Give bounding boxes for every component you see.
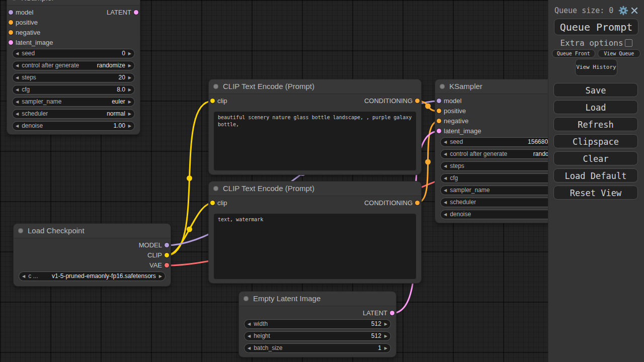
widget-label: cfg	[22, 86, 30, 93]
queue-prompt-button[interactable]: Queue Prompt	[554, 19, 638, 35]
widget-batch-size[interactable]: ◀batch_size1▶	[244, 343, 391, 353]
widget-height[interactable]: ◀height512▶	[244, 331, 391, 341]
increment-arrow-icon[interactable]: ▶	[381, 332, 390, 340]
decrement-arrow-icon[interactable]: ◀	[13, 85, 22, 94]
increment-arrow-icon[interactable]: ▶	[125, 85, 134, 94]
queue-front-button[interactable]: Queue Front	[552, 49, 595, 58]
clipspace-button[interactable]: Clipspace	[553, 134, 638, 148]
output-dot-VAE[interactable]	[165, 263, 169, 267]
widget-control-after-generate[interactable]: ◀control after generaterandomize▶	[12, 61, 135, 70]
widget-steps[interactable]: ◀steps20▶	[12, 73, 135, 82]
decrement-arrow-icon[interactable]: ◀	[441, 198, 450, 207]
prompt-textarea[interactable]: beautiful scenery nature glass bottle la…	[214, 112, 416, 170]
input-dot-latent_image[interactable]	[437, 129, 441, 133]
widget-c-[interactable]: ◀c ...v1-5-pruned-emaonly-fp16.safetenso…	[19, 272, 166, 281]
widget-label: c ...	[28, 273, 38, 280]
node-graph-canvas[interactable]: KSamplermodelpositivenegativelatent_imag…	[0, 0, 644, 362]
decrement-arrow-icon[interactable]: ◀	[245, 320, 254, 328]
decrement-arrow-icon[interactable]: ◀	[19, 272, 28, 281]
widget-seed[interactable]: ◀seed0▶	[12, 49, 135, 58]
input-slot-positive: positive	[7, 19, 38, 26]
widget-label: height	[254, 332, 270, 339]
input-slot-positive: positive	[435, 108, 466, 115]
load-button[interactable]: Load	[553, 100, 638, 114]
clip-text-encode-negative[interactable]: CLIP Text Encode (Prompt)clipCONDITIONIN…	[209, 182, 421, 283]
collapse-dot-icon[interactable]	[12, 0, 17, 1]
input-dot-model[interactable]	[9, 10, 13, 15]
widget-scheduler[interactable]: ◀schedulernormal▶	[12, 109, 135, 119]
collapse-dot-icon[interactable]	[440, 84, 445, 89]
collapse-dot-icon[interactable]	[213, 186, 218, 191]
increment-arrow-icon[interactable]: ▶	[125, 110, 134, 118]
input-dot-positive[interactable]	[9, 20, 13, 25]
decrement-arrow-icon[interactable]: ◀	[13, 49, 22, 58]
close-icon[interactable]	[629, 5, 640, 16]
collapse-dot-icon[interactable]	[18, 228, 23, 233]
decrement-arrow-icon[interactable]: ◀	[13, 73, 22, 82]
output-dot-CONDITIONING[interactable]	[415, 99, 420, 103]
increment-arrow-icon[interactable]: ▶	[381, 320, 390, 328]
refresh-button[interactable]: Refresh	[553, 117, 638, 131]
decrement-arrow-icon[interactable]: ◀	[13, 122, 22, 130]
increment-arrow-icon[interactable]: ▶	[381, 344, 390, 352]
decrement-arrow-icon[interactable]: ◀	[441, 210, 450, 219]
output-dot-LATENT[interactable]	[134, 10, 138, 15]
widget-denoise[interactable]: ◀denoise1.00▶	[12, 121, 135, 131]
ksampler-top-left[interactable]: KSamplermodelpositivenegativelatent_imag…	[7, 0, 140, 134]
widget-label: cfg	[450, 174, 458, 182]
increment-arrow-icon[interactable]: ▶	[125, 61, 134, 70]
queue-size-label: Queue size: 0	[554, 6, 618, 15]
load-checkpoint[interactable]: Load CheckpointMODELCLIPVAE◀c ...v1-5-pr…	[14, 224, 171, 286]
prompt-textarea[interactable]: text, watermark	[214, 214, 416, 279]
increment-arrow-icon[interactable]: ▶	[125, 49, 134, 58]
output-dot-MODEL[interactable]	[165, 243, 169, 247]
clip-text-encode-negative-header[interactable]: CLIP Text Encode (Prompt)	[209, 182, 421, 196]
increment-arrow-icon[interactable]: ▶	[125, 122, 134, 130]
collapse-dot-icon[interactable]	[244, 296, 249, 301]
increment-arrow-icon[interactable]: ▶	[156, 272, 165, 281]
input-dot-model[interactable]	[437, 99, 441, 103]
increment-arrow-icon[interactable]: ▶	[125, 73, 134, 82]
input-dot-clip[interactable]	[210, 99, 215, 103]
decrement-arrow-icon[interactable]: ◀	[245, 332, 254, 340]
load-default-button[interactable]: Load Default	[553, 168, 638, 183]
decrement-arrow-icon[interactable]: ◀	[441, 162, 450, 170]
input-dot-clip[interactable]	[210, 201, 215, 205]
empty-latent-image-header[interactable]: Empty Latent Image	[239, 292, 396, 306]
widget-width[interactable]: ◀width512▶	[244, 319, 391, 329]
widget-sampler-name[interactable]: ◀sampler_nameeuler▶	[12, 97, 135, 107]
decrement-arrow-icon[interactable]: ◀	[441, 138, 450, 146]
widget-value: normal	[103, 110, 125, 117]
collapse-dot-icon[interactable]	[213, 84, 218, 89]
decrement-arrow-icon[interactable]: ◀	[13, 61, 22, 70]
view-queue-button[interactable]: View Queue	[598, 49, 641, 58]
input-dot-latent_image[interactable]	[9, 40, 13, 45]
output-dot-CONDITIONING[interactable]	[415, 201, 420, 205]
output-dot-CLIP[interactable]	[165, 253, 169, 257]
extra-options-checkbox[interactable]	[625, 39, 632, 47]
widget-cfg[interactable]: ◀cfg8.0▶	[12, 85, 135, 95]
clear-button[interactable]: Clear	[553, 151, 638, 165]
decrement-arrow-icon[interactable]: ◀	[245, 344, 254, 352]
input-slot-latent_image: latent_image	[435, 128, 481, 135]
decrement-arrow-icon[interactable]: ◀	[441, 150, 450, 158]
save-button[interactable]: Save	[553, 83, 638, 97]
decrement-arrow-icon[interactable]: ◀	[441, 174, 450, 183]
settings-gear-icon[interactable]	[618, 5, 629, 16]
decrement-arrow-icon[interactable]: ◀	[441, 186, 450, 195]
output-dot-LATENT[interactable]	[390, 311, 394, 315]
increment-arrow-icon[interactable]: ▶	[125, 98, 134, 106]
input-dot-negative[interactable]	[9, 30, 13, 35]
view-history-button[interactable]: View History	[575, 59, 617, 76]
clip-text-encode-positive-header[interactable]: CLIP Text Encode (Prompt)	[209, 79, 421, 94]
reset-view-button[interactable]: Reset View	[553, 186, 638, 200]
input-dot-negative[interactable]	[437, 119, 441, 123]
widget-value: euler	[108, 98, 125, 105]
decrement-arrow-icon[interactable]: ◀	[13, 110, 22, 118]
decrement-arrow-icon[interactable]: ◀	[13, 98, 22, 106]
ksampler-top-left-header[interactable]: KSampler	[7, 0, 140, 6]
empty-latent-image[interactable]: Empty Latent ImageLATENT◀width512▶◀heigh…	[239, 292, 396, 357]
input-dot-positive[interactable]	[437, 109, 441, 113]
clip-text-encode-positive[interactable]: CLIP Text Encode (Prompt)clipCONDITIONIN…	[209, 79, 421, 174]
load-checkpoint-header[interactable]: Load Checkpoint	[14, 224, 171, 238]
